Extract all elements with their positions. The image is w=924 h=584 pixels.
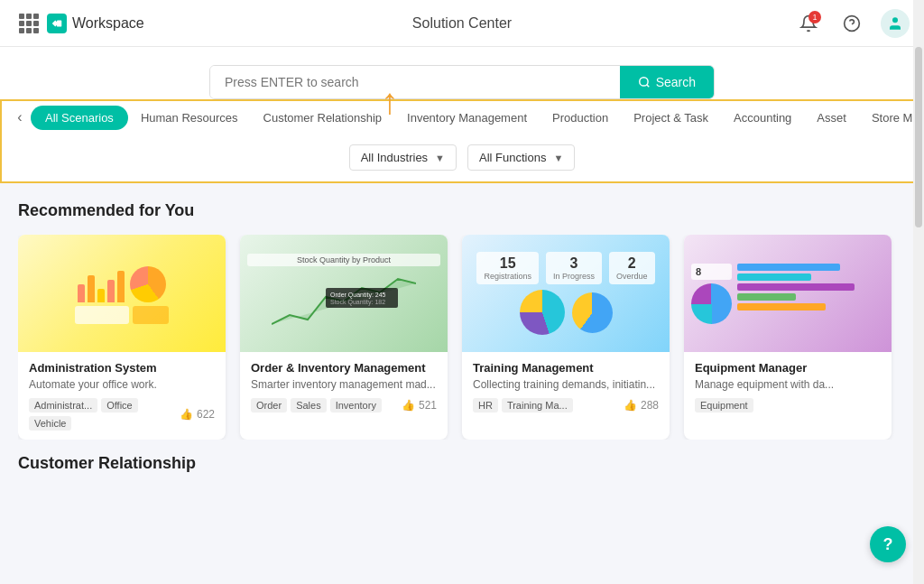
like-count-training: 288 <box>641 399 659 412</box>
card-desc-training: Collecting training demands, initiatin..… <box>473 378 659 391</box>
svg-point-4 <box>639 78 647 86</box>
card-desc-equipment: Manage equipment with da... <box>695 378 881 391</box>
card-order-inventory[interactable]: Stock Quantity by Product Order Quantity… <box>240 235 448 440</box>
search-area: Search <box>0 47 924 99</box>
stat-num: 8 <box>691 264 732 280</box>
thumbnail-visual-training: 15Registrations 3In Progress 2Overdue <box>462 235 670 352</box>
like-icon: 👍 <box>180 408 193 421</box>
header-actions: 1 <box>794 9 910 38</box>
card-tags-admin: Administrat... Office Vehicle <box>29 398 180 431</box>
header: Workspace Solution Center 1 <box>0 0 924 47</box>
stat-box: 3In Progress <box>546 252 602 284</box>
thumbnail-visual-order: Stock Quantity by Product Order Quantity… <box>240 235 448 352</box>
recommended-cards-row: Administration System Automate your offi… <box>18 235 906 440</box>
bottom-section: Customer Relationship <box>0 440 924 473</box>
card-desc-order: Smarter inventory management mad... <box>251 378 437 391</box>
main-content: Recommended for You <box>0 183 924 440</box>
svg-rect-0 <box>57 20 61 26</box>
help-button[interactable] <box>837 9 866 38</box>
thumbnail-visual <box>18 235 226 352</box>
notification-button[interactable]: 1 <box>794 9 823 38</box>
card-thumbnail-admin <box>18 235 226 352</box>
card-footer-order: Order Sales Inventory 👍 521 <box>251 398 437 413</box>
card-training[interactable]: 15Registrations 3In Progress 2Overdue Tr… <box>462 235 670 440</box>
user-avatar[interactable] <box>881 9 910 38</box>
tag-sales[interactable]: Sales <box>291 398 327 413</box>
chevron-down-icon: ▼ <box>435 153 445 163</box>
card-thumbnail-order: Stock Quantity by Product Order Quantity… <box>240 235 448 352</box>
card-desc-admin: Automate your office work. <box>29 378 215 391</box>
scrollbar[interactable] <box>913 0 924 584</box>
tab-inventory-management[interactable]: Inventory Management <box>394 104 540 132</box>
tag-order[interactable]: Order <box>251 398 287 413</box>
notification-badge: 1 <box>808 11 821 23</box>
card-likes-training: 👍 288 <box>624 399 659 412</box>
scrollbar-thumb[interactable] <box>915 47 922 227</box>
stat-box: 15Registrations <box>476 252 539 284</box>
svg-text:Stock Quantity: 182: Stock Quantity: 182 <box>330 299 385 306</box>
thumbnail-visual-equipment: 8 <box>684 235 892 352</box>
search-input[interactable] <box>210 66 620 98</box>
svg-line-5 <box>646 85 649 88</box>
grid-icon <box>19 14 39 33</box>
card-name-admin: Administration System <box>29 361 215 375</box>
tab-asset[interactable]: Asset <box>804 104 859 132</box>
tab-accounting[interactable]: Accounting <box>721 104 804 132</box>
line-chart-icon: Order Quantity: 245 Stock Quantity: 182 <box>272 270 416 333</box>
tag-inventory[interactable]: Inventory <box>330 398 382 413</box>
card-equipment[interactable]: 8 Equipment Manager M <box>684 235 892 440</box>
card-body-order: Order & Inventory Management Smarter inv… <box>240 352 448 422</box>
tab-store-management[interactable]: Store Manageme... <box>859 104 915 132</box>
tag-hr[interactable]: HR <box>473 398 498 413</box>
like-count-admin: 622 <box>197 408 215 421</box>
tabs-row: All Scenarios Human Resources Customer R… <box>31 104 915 132</box>
tag-training[interactable]: Training Ma... <box>502 398 573 413</box>
pie-chart-icon <box>130 266 166 302</box>
tag-administrat[interactable]: Administrat... <box>29 398 97 413</box>
tabs-prev-button[interactable]: ‹ <box>9 101 31 134</box>
thumb-label: Stock Quantity by Product <box>247 254 440 266</box>
like-icon: 👍 <box>402 399 415 412</box>
card-body-admin: Administration System Automate your offi… <box>18 352 226 440</box>
recommended-section-title: Recommended for You <box>18 201 906 220</box>
filters-row: All Industries ▼ All Functions ▼ ↑ <box>2 134 922 181</box>
tabs-section: ‹ All Scenarios Human Resources Customer… <box>0 99 924 183</box>
mini-bar-chart <box>78 263 125 302</box>
svg-text:Order Quantity: 245: Order Quantity: 245 <box>330 292 386 299</box>
like-count-order: 521 <box>419 399 437 412</box>
card-administration-system[interactable]: Administration System Automate your offi… <box>18 235 226 440</box>
pie-chart-training2 <box>572 292 613 333</box>
search-button[interactable]: Search <box>620 66 714 98</box>
card-name-order: Order & Inventory Management <box>251 361 437 375</box>
card-tags-order: Order Sales Inventory <box>251 398 382 413</box>
workspace-logo[interactable]: Workspace <box>47 14 144 33</box>
category-tabs: ‹ All Scenarios Human Resources Customer… <box>2 101 922 134</box>
card-footer-admin: Administrat... Office Vehicle 👍 622 <box>29 398 215 431</box>
tab-human-resources[interactable]: Human Resources <box>128 104 251 132</box>
tag-equipment[interactable]: Equipment <box>695 398 753 413</box>
tag-vehicle[interactable]: Vehicle <box>29 416 71 431</box>
apps-menu-button[interactable] <box>14 9 43 38</box>
pie-chart-training <box>520 290 565 335</box>
stat-box: 2Overdue <box>609 252 655 284</box>
functions-filter[interactable]: All Functions ▼ <box>467 144 575 171</box>
tab-production[interactable]: Production <box>540 104 621 132</box>
like-icon: 👍 <box>624 399 637 412</box>
card-tags-equipment: Equipment <box>695 398 753 413</box>
card-thumbnail-equipment: 8 <box>684 235 892 352</box>
card-name-training: Training Management <box>473 361 659 375</box>
card-likes-admin: 👍 622 <box>180 408 215 421</box>
workspace-label: Workspace <box>72 15 144 32</box>
search-bar: Search <box>209 65 715 99</box>
svg-point-3 <box>892 17 898 23</box>
tag-office[interactable]: Office <box>101 398 138 413</box>
tab-project-task[interactable]: Project & Task <box>621 104 721 132</box>
tab-all-scenarios[interactable]: All Scenarios <box>31 106 128 130</box>
card-footer-equipment: Equipment <box>695 398 881 413</box>
customer-relationship-title: Customer Relationship <box>18 454 906 473</box>
chevron-down-icon: ▼ <box>553 153 563 163</box>
card-thumbnail-training: 15Registrations 3In Progress 2Overdue <box>462 235 670 352</box>
help-fab-button[interactable]: ? <box>870 526 906 562</box>
industries-filter[interactable]: All Industries ▼ <box>349 144 457 171</box>
tab-customer-relationship[interactable]: Customer Relationship <box>251 104 395 132</box>
